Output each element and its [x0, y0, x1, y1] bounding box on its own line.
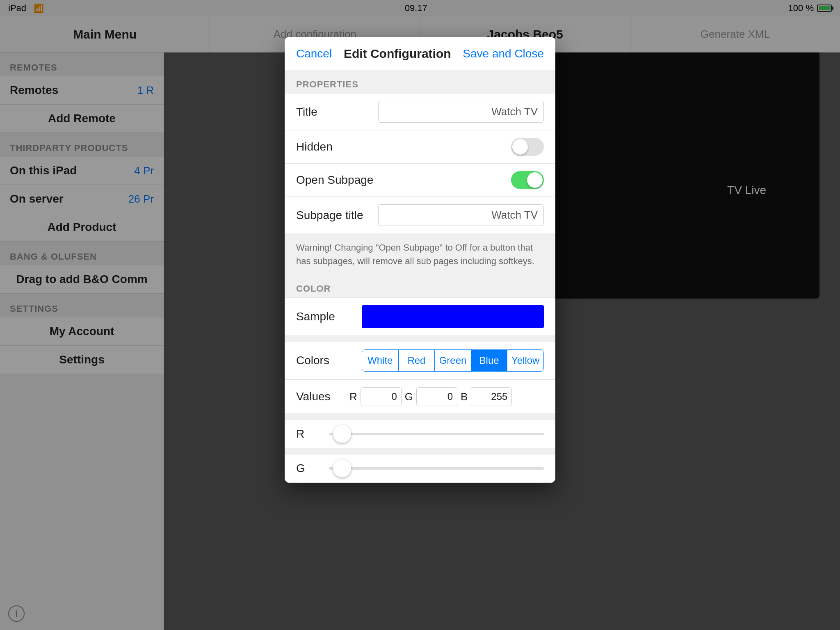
- modal-header: Cancel Edit Configuration Save and Close: [285, 37, 555, 71]
- warning-text: Warning! Changing "Open Subpage" to Off …: [285, 233, 555, 275]
- title-row: Title: [285, 93, 555, 130]
- hidden-row: Hidden: [285, 130, 555, 164]
- color-button-group: White Red Green Blue Yellow: [362, 349, 544, 372]
- values-label: Values: [296, 390, 345, 403]
- hidden-toggle[interactable]: [511, 138, 544, 156]
- hidden-label: Hidden: [296, 140, 378, 153]
- r-input[interactable]: [361, 387, 402, 406]
- r-label: R: [349, 390, 357, 403]
- r-slider-row: R: [285, 420, 555, 448]
- title-field-label: Title: [296, 105, 378, 119]
- g-input[interactable]: [416, 387, 457, 406]
- subpage-title-row: Subpage title: [285, 196, 555, 234]
- subpage-title-input[interactable]: [378, 204, 544, 226]
- subpage-title-label: Subpage title: [296, 209, 378, 222]
- color-btn-white[interactable]: White: [362, 350, 399, 371]
- color-btn-green[interactable]: Green: [435, 350, 471, 371]
- modal-overlay: Cancel Edit Configuration Save and Close…: [0, 0, 840, 630]
- hidden-toggle-knob: [512, 139, 528, 155]
- b-input[interactable]: [471, 387, 512, 406]
- modal-body: PROPERTIES Title Hidden Open Subpage: [285, 71, 555, 483]
- b-label: B: [461, 390, 468, 403]
- save-and-close-button[interactable]: Save and Close: [463, 47, 544, 60]
- g-slider-row: G: [285, 454, 555, 483]
- g-slider-thumb[interactable]: [333, 459, 351, 477]
- open-subpage-toggle[interactable]: [511, 171, 544, 189]
- modal-dialog: Cancel Edit Configuration Save and Close…: [285, 37, 555, 483]
- r-slider-track[interactable]: [329, 433, 544, 435]
- open-subpage-toggle-knob: [527, 172, 543, 188]
- cancel-button[interactable]: Cancel: [296, 47, 332, 60]
- color-btn-blue[interactable]: Blue: [471, 350, 508, 371]
- title-field-input[interactable]: [378, 101, 544, 123]
- color-section-label: COLOR: [285, 275, 555, 297]
- r-slider-thumb[interactable]: [333, 425, 351, 443]
- color-swatch: [362, 305, 544, 328]
- g-label: G: [405, 390, 413, 403]
- colors-row: Colors White Red Green Blue Yellow: [285, 342, 555, 379]
- colors-label: Colors: [296, 354, 362, 367]
- color-btn-red[interactable]: Red: [399, 350, 435, 371]
- sample-label: Sample: [296, 310, 362, 323]
- sample-row: Sample: [285, 297, 555, 336]
- r-slider-label: R: [296, 427, 321, 441]
- rgb-group: R G B: [349, 387, 544, 406]
- modal-title: Edit Configuration: [344, 47, 451, 61]
- g-slider-track[interactable]: [329, 467, 544, 470]
- values-row: Values R G B: [285, 379, 555, 414]
- color-btn-yellow[interactable]: Yellow: [507, 350, 543, 371]
- open-subpage-label: Open Subpage: [296, 173, 378, 187]
- open-subpage-row: Open Subpage: [285, 163, 555, 197]
- g-slider-label: G: [296, 462, 321, 475]
- properties-section-label: PROPERTIES: [285, 71, 555, 93]
